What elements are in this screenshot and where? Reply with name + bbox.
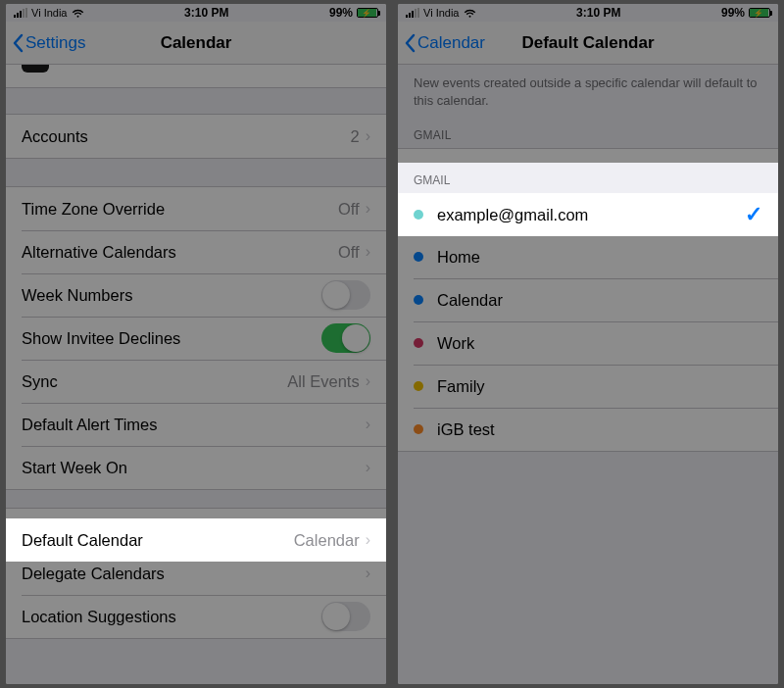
battery-icon: ⚡: [749, 8, 770, 18]
status-bar: Vi India 3:10 PM 99% ⚡: [398, 4, 778, 22]
chevron-left-icon: [12, 33, 24, 53]
cell-default-alert-times[interactable]: Default Alert Times ›: [6, 403, 386, 446]
chevron-right-icon: ›: [366, 565, 370, 582]
cell-alternative-calendars[interactable]: Alternative Calendars Off ›: [6, 230, 386, 273]
cell-label: Default Calendar: [22, 531, 143, 550]
calendar-color-dot: [414, 338, 423, 348]
nav-bar: Calendar Default Calendar: [398, 22, 778, 65]
back-button[interactable]: Settings: [12, 22, 85, 64]
cell-detail: Off: [338, 243, 360, 262]
wifi-icon: [72, 8, 84, 18]
switch-invitee-declines[interactable]: [321, 323, 370, 353]
chevron-right-icon: ›: [366, 372, 370, 390]
cell-label: Accounts: [22, 127, 88, 146]
app-icon: [22, 65, 49, 73]
battery-percent: 99%: [721, 6, 745, 20]
cell-label: Default Alert Times: [22, 416, 157, 434]
cell-time-zone-override[interactable]: Time Zone Override Off ›: [6, 187, 386, 230]
cell-start-week-on[interactable]: Start Week On ›: [6, 446, 386, 489]
cell-label: Home: [437, 248, 480, 267]
carrier-label: Vi India: [423, 7, 460, 19]
cell-label: example@gmail.com: [437, 206, 588, 224]
cell-label: Sync: [22, 372, 58, 391]
cell-label: Start Week On: [22, 459, 127, 477]
calendar-color-dot: [414, 424, 423, 434]
chevron-left-icon: [404, 33, 416, 53]
nav-bar: Settings Calendar: [6, 22, 386, 65]
section-header-gmail: GMAIL: [398, 119, 778, 148]
cell-week-numbers: Week Numbers: [6, 273, 386, 317]
calendar-option-gmail-highlight[interactable]: example@gmail.com ✓: [398, 193, 778, 236]
cell-label: Family: [437, 377, 485, 396]
switch-week-numbers[interactable]: [321, 280, 370, 310]
cell-detail: Calendar: [294, 531, 360, 550]
wifi-icon: [464, 8, 476, 18]
nav-title: Default Calendar: [521, 33, 654, 53]
chevron-right-icon: ›: [366, 243, 370, 261]
chevron-right-icon: ›: [366, 127, 370, 145]
status-time: 3:10 PM: [576, 6, 620, 20]
checkmark-icon: ✓: [745, 202, 762, 227]
calendar-option[interactable]: iGB test: [398, 408, 778, 451]
cell-label: Week Numbers: [22, 286, 132, 305]
cell-accounts[interactable]: Accounts 2 ›: [6, 115, 386, 158]
cell-detail: Off: [338, 200, 360, 219]
calendar-color-dot: [414, 210, 423, 220]
cell-detail: 2: [350, 127, 359, 146]
nav-title: Calendar: [161, 33, 232, 53]
cell-label: Alternative Calendars: [22, 243, 176, 262]
back-label: Calendar: [417, 33, 485, 53]
calendar-option[interactable]: Work: [398, 321, 778, 365]
chevron-right-icon: ›: [366, 531, 370, 549]
calendar-option[interactable]: Calendar: [398, 278, 778, 321]
cell-invitee-declines: Show Invitee Declines: [6, 317, 386, 360]
chevron-right-icon: ›: [366, 200, 370, 218]
status-bar: Vi India 3:10 PM 99% ⚡: [6, 4, 386, 22]
cell-label: Delegate Calendars: [22, 565, 165, 583]
calendar-option[interactable]: Home: [398, 235, 778, 278]
status-time: 3:10 PM: [184, 6, 228, 20]
cell-detail: All Events: [287, 372, 359, 391]
battery-percent: 99%: [329, 6, 353, 20]
cell-label: Calendar: [437, 291, 503, 310]
cell-location-suggestions: Location Suggestions: [6, 595, 386, 638]
section-header-gmail-highlight: GMAIL: [398, 163, 778, 193]
calendar-color-dot: [414, 295, 423, 305]
screen-calendar-settings: Vi India 3:10 PM 99% ⚡ Settings Calendar…: [6, 4, 386, 684]
section-description: New events created outside a specific ca…: [398, 65, 778, 119]
cell-label: Show Invitee Declines: [22, 329, 180, 348]
cell-label: iGB test: [437, 420, 495, 439]
cell-sync[interactable]: Sync All Events ›: [6, 360, 386, 403]
calendar-color-dot: [414, 252, 423, 262]
chevron-right-icon: ›: [366, 416, 370, 433]
calendar-option[interactable]: Family: [398, 365, 778, 408]
section-header-label: GMAIL: [414, 173, 450, 193]
screen-default-calendar: Vi India 3:10 PM 99% ⚡ Calendar Default …: [398, 4, 778, 684]
back-label: Settings: [25, 33, 85, 53]
signal-icon: [406, 8, 419, 18]
cell-default-calendar-highlight[interactable]: Default Calendar Calendar ›: [6, 518, 386, 562]
switch-location-suggestions[interactable]: [321, 602, 370, 631]
cell-label: Time Zone Override: [22, 200, 165, 219]
battery-icon: ⚡: [357, 8, 378, 18]
signal-icon: [14, 8, 27, 18]
cell-label: Work: [437, 334, 474, 353]
list-item[interactable]: [6, 65, 386, 88]
chevron-right-icon: ›: [366, 459, 370, 476]
calendar-color-dot: [414, 381, 423, 391]
carrier-label: Vi India: [31, 7, 68, 19]
back-button[interactable]: Calendar: [404, 22, 485, 64]
cell-label: Location Suggestions: [22, 608, 176, 626]
